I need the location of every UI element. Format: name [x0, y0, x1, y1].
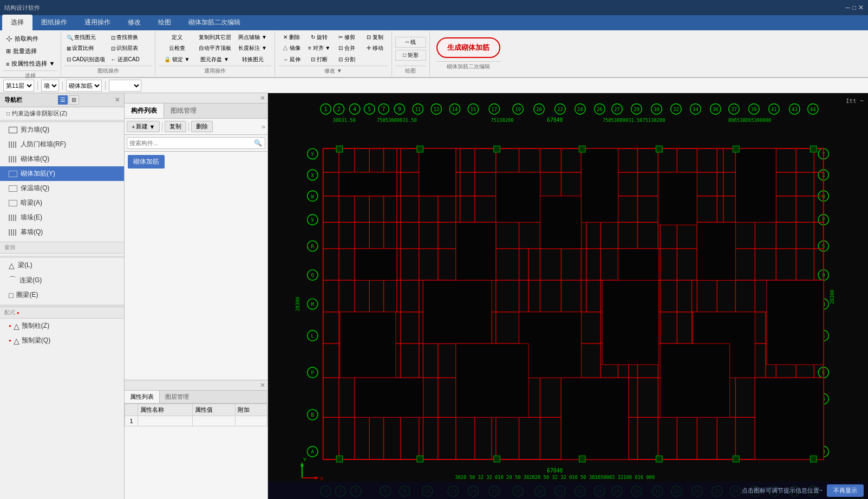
sidebar-list: 剪力墙(Q) 人防门框墙(RF) 砌体墙(Q) 砌体加筋(Y)	[0, 122, 124, 499]
civil-door-icon	[9, 141, 17, 148]
wall-type-dropdown[interactable]: 墙	[41, 80, 59, 92]
cad-options-icon: ⊡	[67, 56, 71, 62]
layer-table-icon: ⊡	[111, 46, 115, 51]
merge-btn[interactable]: ⊡ 合并	[334, 43, 360, 53]
split-btn[interactable]: ⊡ 分割	[334, 55, 360, 64]
ribbon-group-masonry: 生成砌体加筋 砌体加筋二次编辑	[430, 31, 507, 76]
sidebar-item-parapet[interactable]: 幕墙(Q)	[0, 225, 124, 239]
element-store-btn[interactable]: 图元存盘 ▼	[197, 55, 233, 64]
align-btn[interactable]: ≡ 对齐 ▼	[306, 43, 332, 53]
layer-table-btn[interactable]: ⊡识别层表	[109, 43, 152, 53]
mirror-btn[interactable]: △ 镜像	[278, 43, 305, 53]
sidebar-item-masonry-rebar[interactable]: 砌体加筋(Y)	[0, 166, 124, 181]
tab-masonry[interactable]: 砌体加筋二次编辑	[180, 15, 249, 30]
svg-text:43: 43	[792, 107, 798, 112]
svg-rect-172	[355, 378, 423, 417]
sidebar-item-connect-beam[interactable]: ⌒ 连梁(G)	[0, 273, 124, 288]
parapet-icon	[9, 229, 17, 236]
svg-rect-159	[658, 172, 697, 225]
tab-drawing[interactable]: 绘图	[149, 15, 180, 30]
search-icon: 🔍	[254, 139, 262, 147]
find-element-btn[interactable]: 🔍查找图元	[64, 33, 107, 42]
list-view-btn[interactable]: ☰	[58, 95, 68, 105]
rect-btn[interactable]: □ 矩形	[395, 50, 426, 61]
cloud-check-btn[interactable]: 云检查	[159, 43, 195, 53]
floor-dropdown[interactable]: 第11层 第10层	[3, 80, 34, 92]
sidebar-item-insulation[interactable]: 保温墙(Q)	[0, 181, 124, 196]
no-show-btn[interactable]: 不再显示	[827, 484, 864, 497]
length-dim-btn[interactable]: 长度标注 ▼	[234, 43, 271, 53]
batch-label: 批量选择	[13, 47, 37, 55]
sidebar-item-beam[interactable]: △ 梁(L)	[0, 258, 124, 273]
sidebar-item-hidden-beam[interactable]: 暗梁(A)	[0, 196, 124, 210]
convert-element-btn[interactable]: 转换图元	[234, 55, 271, 64]
copy-to-floor-btn[interactable]: 复制到其它层	[197, 33, 233, 42]
win-close[interactable]: ✕	[858, 4, 864, 11]
component-search-container: 🔍	[125, 135, 267, 152]
constraint-item[interactable]: □ 约束边缘非阴影区(Z)	[0, 107, 124, 120]
toolbar-more[interactable]: »	[262, 123, 265, 131]
delete-btn[interactable]: ✕ 删除	[278, 33, 305, 42]
sidebar-close[interactable]: ✕	[115, 96, 120, 103]
props-close[interactable]: ✕	[260, 381, 265, 389]
svg-text:Q: Q	[311, 273, 314, 278]
sidebar-item-precast-beam[interactable]: ● △ 预制梁(Q)	[0, 333, 124, 348]
tab-select[interactable]: 选择	[2, 15, 32, 30]
extend-btn[interactable]: → 延伸	[278, 55, 305, 64]
two-point-axis-btn[interactable]: 两点辅轴 ▼	[234, 33, 271, 42]
sidebar-item-wall-column[interactable]: 墙垛(E)	[0, 210, 124, 225]
draw-label: 绘图	[395, 66, 426, 75]
tab-component-list[interactable]: 构件列表	[125, 103, 164, 118]
new-component-btn[interactable]: + 新建 ▼	[127, 121, 160, 132]
pick-component-btn[interactable]: ⊹ 拾取构件	[3, 33, 57, 44]
batch-select-btn[interactable]: ⊞ 批量选择	[3, 46, 57, 57]
copy-btn[interactable]: ⊡ 复制	[362, 33, 388, 42]
tab-drawing-mgmt[interactable]: 图纸管理	[164, 103, 203, 118]
precast-col-label: 预制柱(Z)	[22, 321, 49, 330]
sidebar-item-ring-beam[interactable]: □ 圈梁(E)	[0, 288, 124, 302]
tab-attr-list[interactable]: 属性列表	[125, 391, 160, 403]
tab-modify[interactable]: 修改	[119, 15, 149, 30]
win-maximize[interactable]: □	[852, 4, 856, 11]
generate-masonry-btn[interactable]: 生成砌体加筋	[436, 37, 500, 58]
sidebar-item-precast-col[interactable]: ● △ 预制柱(Z)	[0, 319, 124, 333]
category-dropdown[interactable]: 砌体加筋 剪力墙	[66, 80, 102, 92]
break-btn[interactable]: ⊡ 打断	[306, 55, 332, 64]
svg-text:24: 24	[577, 107, 583, 112]
masonry-rebar-label: 砌体加筋(Y)	[21, 169, 55, 178]
trim-btn[interactable]: ✂ 修剪	[334, 33, 360, 42]
rotate-btn[interactable]: ↻ 旋转	[306, 33, 332, 42]
attr-select-btn[interactable]: ≡ 按属性性选择 ▼	[3, 58, 57, 69]
tab-general-ops[interactable]: 通用操作	[76, 15, 119, 30]
move-btn[interactable]: ✛ 移动	[362, 43, 388, 53]
sub-category-dropdown[interactable]	[109, 80, 141, 92]
tab-drawing-ops[interactable]: 图纸操作	[32, 15, 76, 30]
svg-rect-179	[494, 146, 500, 152]
scale-btn[interactable]: ⊠设置比例	[64, 43, 107, 53]
component-search-input[interactable]	[127, 137, 265, 149]
auto-level-btn[interactable]: 自动平齐顶板	[197, 43, 233, 53]
connect-beam-icon: ⌒	[9, 275, 16, 285]
line-btn[interactable]: ─ 线	[395, 37, 426, 48]
grid-view-btn[interactable]: ⊞	[69, 95, 79, 105]
copy-component-btn[interactable]: 复制	[165, 121, 186, 132]
restore-cad-btn[interactable]: ←还原CAD	[109, 55, 152, 64]
svg-text:22: 22	[557, 107, 563, 112]
props-table: 属性名称 属性值 附加 1	[125, 404, 267, 426]
define-btn[interactable]: 定义	[159, 33, 195, 42]
sidebar-item-masonry-wall[interactable]: 砌体墙(Q)	[0, 152, 124, 166]
win-minimize[interactable]: ─	[845, 4, 850, 11]
tab-layer-mgmt[interactable]: 图层管理	[160, 391, 194, 403]
svg-rect-160	[735, 148, 776, 222]
delete-component-btn[interactable]: 删除	[191, 121, 213, 132]
lock-btn[interactable]: 🔒 锁定 ▼	[159, 55, 195, 64]
component-item-masonry-rebar[interactable]: 砌体加筋	[128, 155, 165, 169]
cad-options-btn[interactable]: ⊡CAD识别选项	[64, 55, 107, 64]
sidebar-item-civil-door[interactable]: 人防门框墙(RF)	[0, 137, 124, 152]
shear-wall-icon	[9, 127, 17, 133]
find-replace-btn[interactable]: ⊡查找替换	[109, 33, 152, 42]
sidebar-item-shear-wall[interactable]: 剪力墙(Q)	[0, 122, 124, 137]
canvas-area[interactable]: 1 2 4 5 7 9 11 12 14	[268, 93, 868, 499]
ring-beam-label: 圈梁(E)	[16, 290, 38, 300]
middle-panel-close[interactable]: ✕	[260, 94, 265, 102]
